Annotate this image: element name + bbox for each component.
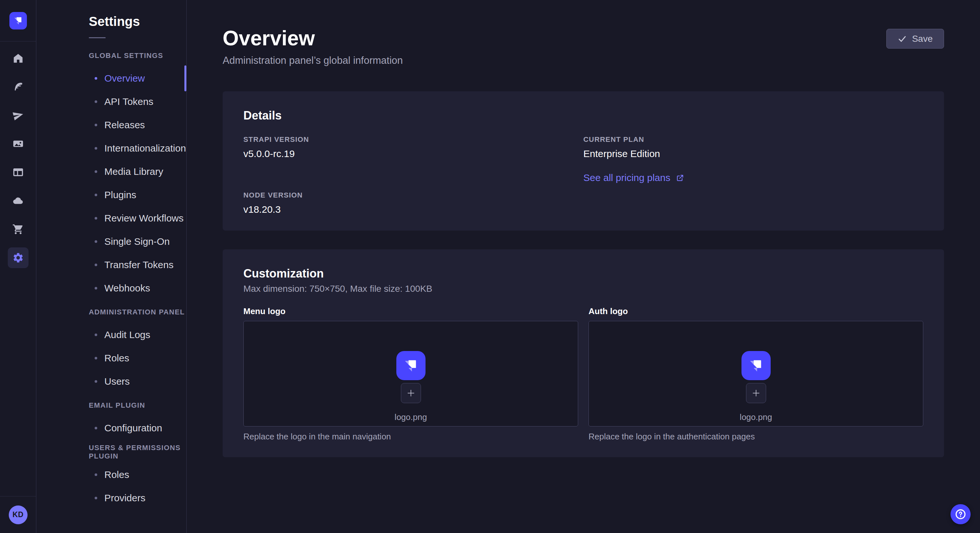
details-title: Details xyxy=(243,109,923,122)
images-icon xyxy=(12,138,24,150)
auth-logo-label: Auth logo xyxy=(589,306,923,316)
sidebar-item-review-workflows[interactable]: Review Workflows xyxy=(36,206,186,230)
sidebar-item-plugins[interactable]: Plugins xyxy=(36,183,186,206)
bullet-icon xyxy=(95,124,97,126)
auth-logo-add-button[interactable] xyxy=(746,383,766,403)
rail-user-area: KD xyxy=(0,496,36,533)
customization-card: Customization Max dimension: 750×750, Ma… xyxy=(223,249,944,457)
bullet-icon xyxy=(95,217,97,219)
field-label: STRAPI VERSION xyxy=(243,135,583,144)
bullet-icon xyxy=(95,287,97,289)
auth-logo-field: Auth logo logo.png Replace the logo in t… xyxy=(589,306,923,442)
pricing-plans-link[interactable]: See all pricing plans xyxy=(583,172,684,183)
field-label: CURRENT PLAN xyxy=(583,135,923,144)
sidebar-item-overview[interactable]: Overview xyxy=(36,67,186,90)
menu-logo-label: Menu logo xyxy=(243,306,578,316)
question-mark-icon xyxy=(955,508,967,520)
bullet-icon xyxy=(95,333,97,336)
sidebar-item-audit-logs[interactable]: Audit Logs xyxy=(36,323,186,346)
layout-icon xyxy=(12,167,24,178)
check-icon xyxy=(898,34,907,43)
bullet-icon xyxy=(95,170,97,173)
section-email-plugin: EMAIL PLUGIN Configuration xyxy=(36,398,186,440)
field-label: NODE VERSION xyxy=(243,191,583,200)
nav-settings[interactable] xyxy=(0,244,36,272)
cart-icon xyxy=(12,224,24,235)
menu-logo-preview xyxy=(396,351,425,380)
section-global-settings: GLOBAL SETTINGS Overview API Tokens Rele… xyxy=(36,48,186,300)
sidebar-item-email-configuration[interactable]: Configuration xyxy=(36,416,186,440)
nav-content-type-builder[interactable] xyxy=(0,158,36,187)
rail-logo-area xyxy=(0,0,36,41)
sidebar-title: Settings xyxy=(36,14,186,29)
help-button[interactable] xyxy=(950,504,970,524)
sidebar-item-up-roles[interactable]: Roles xyxy=(36,463,186,486)
bullet-icon xyxy=(95,263,97,266)
section-header: ADMINISTRATION PANEL xyxy=(36,305,186,320)
avatar[interactable]: KD xyxy=(9,506,27,524)
save-button[interactable]: Save xyxy=(886,29,944,49)
sidebar-item-media-library[interactable]: Media Library xyxy=(36,160,186,183)
sidebar-sections: GLOBAL SETTINGS Overview API Tokens Rele… xyxy=(36,48,186,510)
section-administration-panel: ADMINISTRATION PANEL Audit Logs Roles Us… xyxy=(36,305,186,393)
node-version-field: NODE VERSION v18.20.3 xyxy=(243,191,583,215)
nav-media-library[interactable] xyxy=(0,130,36,158)
strapi-logo[interactable] xyxy=(10,12,27,30)
strapi-logo-icon xyxy=(746,355,766,376)
section-users-permissions-plugin: USERS & PERMISSIONS PLUGIN Roles Provide… xyxy=(36,444,186,510)
strapi-logo-icon xyxy=(401,355,421,376)
external-link-icon xyxy=(676,174,684,182)
bullet-icon xyxy=(95,147,97,150)
auth-logo-filename: logo.png xyxy=(740,412,772,422)
nav-deploy[interactable] xyxy=(0,187,36,215)
page-subtitle: Administration panel’s global informatio… xyxy=(223,55,944,67)
sidebar-item-releases[interactable]: Releases xyxy=(36,113,186,136)
page-title: Overview xyxy=(223,27,944,49)
auth-logo-upload-box[interactable]: logo.png xyxy=(589,321,923,427)
current-plan-field: CURRENT PLAN Enterprise Edition xyxy=(583,135,923,159)
plus-icon xyxy=(751,388,761,398)
section-header: EMAIL PLUGIN xyxy=(36,398,186,413)
sidebar-item-admin-users[interactable]: Users xyxy=(36,370,186,393)
bullet-icon xyxy=(95,194,97,196)
nav-releases[interactable] xyxy=(0,101,36,130)
bullet-icon xyxy=(95,427,97,429)
bullet-icon xyxy=(95,380,97,383)
field-value: v18.20.3 xyxy=(243,204,583,215)
section-header: GLOBAL SETTINGS xyxy=(36,48,186,63)
nav-content-manager[interactable] xyxy=(0,73,36,101)
bullet-icon xyxy=(95,100,97,103)
main-content: Overview Administration panel’s global i… xyxy=(187,0,980,533)
bullet-icon xyxy=(95,77,97,80)
sidebar-item-api-tokens[interactable]: API Tokens xyxy=(36,90,186,113)
paper-plane-icon xyxy=(12,109,24,121)
sidebar-item-single-sign-on[interactable]: Single Sign-On xyxy=(36,230,186,253)
strapi-logo-icon xyxy=(12,14,25,27)
menu-logo-upload-box[interactable]: logo.png xyxy=(243,321,578,427)
nav-settings-active-bg xyxy=(8,247,29,268)
feather-icon xyxy=(12,81,24,93)
menu-logo-field: Menu logo logo.png Replace the logo in t… xyxy=(243,306,578,442)
nav-home[interactable] xyxy=(0,44,36,73)
bullet-icon xyxy=(95,240,97,243)
nav-marketplace[interactable] xyxy=(0,215,36,244)
sidebar-item-transfer-tokens[interactable]: Transfer Tokens xyxy=(36,253,186,276)
plus-icon xyxy=(406,388,416,398)
settings-sidebar: Settings GLOBAL SETTINGS Overview API To… xyxy=(36,0,187,533)
sidebar-title-divider xyxy=(89,37,106,38)
section-header: USERS & PERMISSIONS PLUGIN xyxy=(36,444,186,460)
strapi-version-field: STRAPI VERSION v5.0.0-rc.19 xyxy=(243,135,583,159)
sidebar-item-admin-roles[interactable]: Roles xyxy=(36,346,186,370)
sidebar-item-internationalization[interactable]: Internationalization xyxy=(36,136,186,160)
menu-logo-filename: logo.png xyxy=(395,412,427,422)
field-value: Enterprise Edition xyxy=(583,148,923,159)
details-card: Details STRAPI VERSION v5.0.0-rc.19 NODE… xyxy=(223,91,944,230)
sidebar-item-webhooks[interactable]: Webhooks xyxy=(36,276,186,300)
cloud-icon xyxy=(12,195,24,206)
menu-logo-hint: Replace the logo in the main navigation xyxy=(243,431,578,442)
sidebar-item-up-providers[interactable]: Providers xyxy=(36,486,186,510)
field-value: v5.0.0-rc.19 xyxy=(243,148,583,159)
bullet-icon xyxy=(95,357,97,359)
menu-logo-add-button[interactable] xyxy=(401,383,421,403)
customization-title: Customization xyxy=(243,267,923,281)
